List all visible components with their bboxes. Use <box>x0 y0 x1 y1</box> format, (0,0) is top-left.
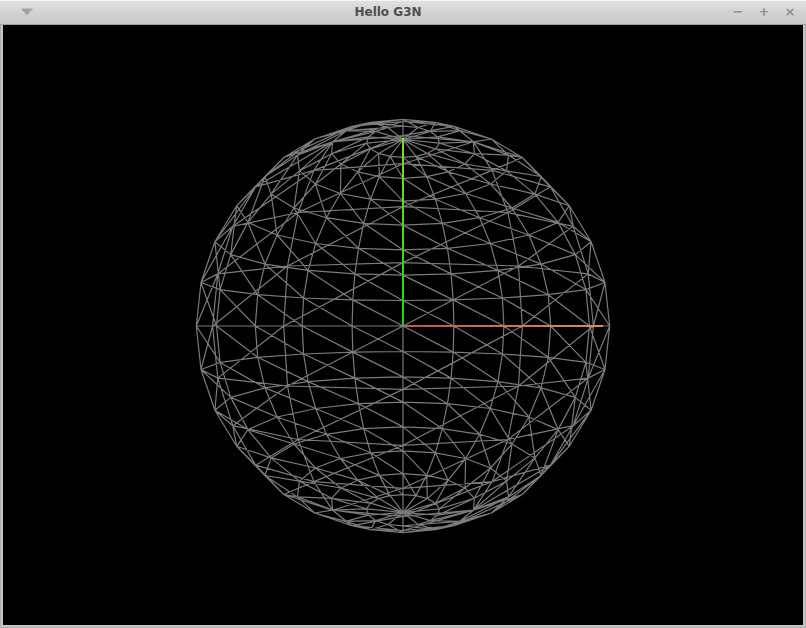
maximize-button[interactable]: + <box>757 0 771 24</box>
render-canvas[interactable] <box>3 25 803 625</box>
close-button[interactable]: × <box>783 0 797 24</box>
minimize-button[interactable]: − <box>731 0 745 24</box>
window-title: Hello G3N <box>60 0 716 24</box>
wireframe-sphere-scene <box>3 25 803 625</box>
window-menu-icon[interactable] <box>20 8 34 17</box>
window-controls: − + × <box>731 0 797 24</box>
app-window: Hello G3N − + × <box>0 0 806 628</box>
triangle-down-icon <box>20 8 34 17</box>
titlebar[interactable]: Hello G3N − + × <box>0 0 806 25</box>
window-frame <box>0 25 806 628</box>
